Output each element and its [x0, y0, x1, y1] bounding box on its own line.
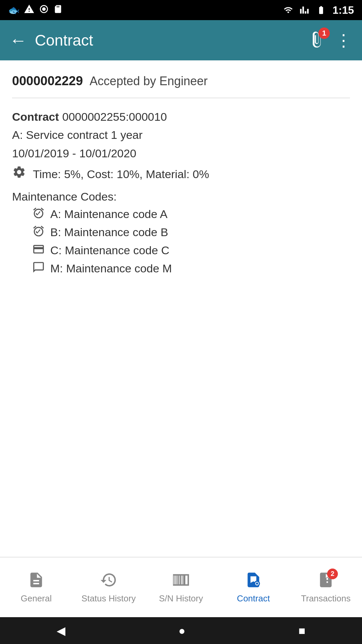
contract-name-line: A: Service contract 1 year: [12, 126, 350, 144]
date-range-line: 10/01/2019 - 10/01/2020: [12, 144, 350, 162]
contract-label: Contract: [12, 108, 59, 126]
nav-item-general[interactable]: General: [0, 571, 72, 604]
more-options-button[interactable]: ⋮: [335, 31, 353, 50]
sn-history-icon: [172, 571, 190, 589]
battery-icon: [314, 5, 328, 15]
maintenance-code-c-icon: [32, 243, 45, 258]
maintenance-code-b-text: B: Maintenance code B: [50, 226, 168, 239]
maintenance-code-b: B: Maintenance code B: [32, 225, 350, 240]
status-bar: 🐟 1:15: [0, 0, 362, 20]
nav-item-sn-history[interactable]: S/N History: [145, 571, 217, 604]
sys-back-button[interactable]: ◀: [57, 624, 65, 637]
sdcard-icon: [53, 4, 63, 17]
nav-status-history-label: Status History: [81, 593, 136, 604]
nav-sn-history-label: S/N History: [159, 593, 203, 604]
maintenance-code-a-icon: [32, 207, 45, 222]
rates-text: Time: 5%, Cost: 10%, Material: 0%: [33, 165, 209, 183]
general-icon: [27, 571, 45, 589]
status-icons-right: 1:15: [282, 4, 354, 16]
maintenance-code-a: A: Maintenance code A: [32, 207, 350, 222]
nav-contract-label: Contract: [237, 593, 270, 604]
sys-home-button[interactable]: ●: [178, 624, 185, 637]
app-bar-actions: 1 ⋮: [308, 31, 353, 50]
sys-recent-button[interactable]: ■: [299, 624, 306, 637]
maintenance-codes-label: Maintenance Codes:: [12, 190, 350, 203]
svg-point-1: [42, 7, 46, 11]
record-id: 0000002229: [12, 74, 83, 88]
wifi-icon: [282, 5, 294, 15]
rates-line: Time: 5%, Cost: 10%, Material: 0%: [12, 165, 350, 185]
signal-icon: [299, 5, 310, 15]
maintenance-code-b-icon: [32, 225, 45, 240]
nav-sn-icon-wrapper: [172, 571, 190, 590]
transactions-badge: 2: [327, 569, 338, 579]
maintenance-code-c-text: C: Maintenance code C: [50, 244, 169, 257]
contract-icon: [245, 571, 262, 589]
nav-item-status-history[interactable]: Status History: [72, 571, 145, 604]
system-navigation: ◀ ● ■: [0, 617, 362, 644]
fish-icon: 🐟: [8, 5, 20, 16]
bottom-nav: General Status History S/N History: [0, 557, 362, 617]
header-divider: [12, 98, 350, 98]
contract-name: A: Service contract 1 year: [12, 126, 142, 144]
contract-number-line: Contract 0000002255:000010: [12, 108, 350, 126]
maintenance-code-c: C: Maintenance code C: [32, 243, 350, 258]
nav-item-transactions[interactable]: 2 Transactions: [290, 571, 362, 604]
svg-point-4: [256, 582, 258, 585]
app-bar-title: Contract: [35, 31, 300, 49]
maintenance-codes-section: Maintenance Codes: A: Maintenance code A…: [12, 190, 350, 276]
nav-general-label: General: [21, 593, 52, 604]
record-icon: [39, 4, 49, 17]
status-time: 1:15: [333, 4, 354, 16]
maintenance-code-m-text: M: Maintenance code M: [50, 262, 172, 275]
main-content: 0000002229 Accepted by Engineer Contract…: [0, 60, 362, 557]
nav-transactions-icon-wrapper: 2: [317, 571, 335, 590]
nav-transactions-label: Transactions: [301, 593, 351, 604]
rates-icon: [12, 165, 26, 185]
maintenance-code-m-icon: [32, 261, 45, 276]
nav-item-contract[interactable]: Contract: [217, 571, 290, 604]
warning-icon: [24, 4, 35, 17]
status-icons-left: 🐟: [8, 4, 63, 17]
maintenance-code-m: M: Maintenance code M: [32, 261, 350, 276]
nav-status-icon-wrapper: [100, 571, 117, 590]
contract-value: 0000002255:000010: [62, 108, 167, 126]
attachment-button[interactable]: 1: [308, 31, 326, 50]
attachment-badge: 1: [318, 28, 330, 39]
app-bar: ← Contract 1 ⋮: [0, 20, 362, 60]
contract-info: Contract 0000002255:000010 A: Service co…: [12, 108, 350, 185]
record-status: Accepted by Engineer: [89, 74, 207, 88]
record-header: 0000002229 Accepted by Engineer: [12, 74, 350, 88]
nav-contract-icon-wrapper: [245, 571, 262, 590]
date-range: 10/01/2019 - 10/01/2020: [12, 144, 136, 162]
status-history-icon: [100, 571, 117, 589]
nav-general-icon-wrapper: [27, 571, 45, 590]
maintenance-code-a-text: A: Maintenance code A: [50, 208, 168, 221]
back-button[interactable]: ←: [9, 30, 27, 50]
